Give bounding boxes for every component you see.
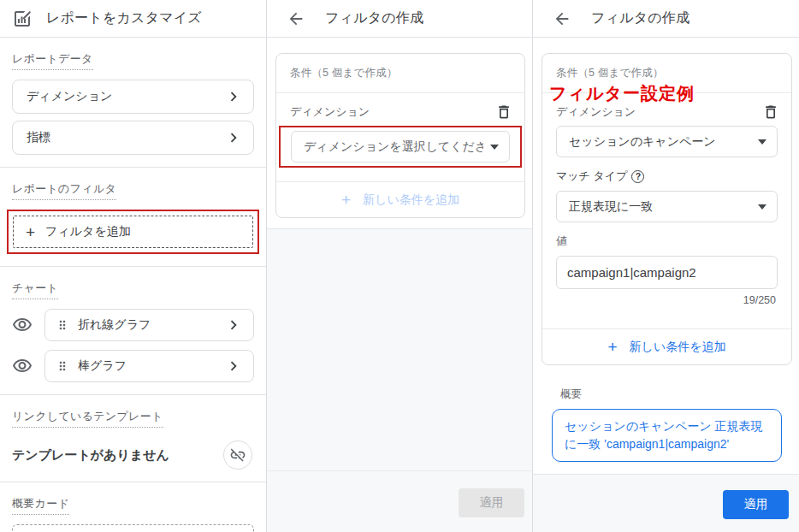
drag-handle-icon[interactable] (56, 318, 69, 332)
customize-report-header: レポートをカスタマイズ (0, 0, 266, 38)
summary-section: 概要 セッションのキャンペーン 正規表現に一致 'campaign1|campa… (542, 365, 792, 464)
dimension-label: ディメンション (290, 104, 370, 120)
filter-content: 条件（5 個まで作成） ディメンション ディメンションを選択してください (267, 38, 532, 229)
summary-chip: セッションのキャンペーン 正規表現に一致 'campaign1|campaign… (552, 409, 782, 462)
chevron-right-icon (224, 128, 243, 147)
add-condition-button[interactable]: + 新しい条件を追加 (542, 328, 791, 364)
panel-title: フィルタの作成 (325, 9, 423, 27)
drag-handle-icon[interactable] (56, 359, 69, 373)
create-filter-header: フィルタの作成 (533, 0, 799, 38)
red-annotation-box: + フィルタを追加 (7, 210, 259, 254)
match-type-select-value: 正規表現に一致 (569, 199, 751, 215)
ga4-customize-report-app: レポートをカスタマイズ レポートデータ ディメンション 指標 レポートのフィルタ (0, 0, 799, 532)
dropdown-caret-icon (758, 204, 766, 210)
match-type-select[interactable]: 正規表現に一致 (556, 191, 778, 222)
line-chart-label: 折れ線グラフ (78, 317, 224, 333)
chevron-right-icon (224, 316, 243, 334)
dimension-select[interactable]: ディメンションを選択してください (291, 131, 510, 163)
summary-cards-label: 概要カード (12, 496, 69, 515)
charts-label: チャート (12, 281, 58, 299)
condition-card-body: ディメンション ディメンションを選択してください (276, 93, 524, 181)
match-type-field: マッチ タイプ ? 正規表現に一致 (556, 168, 778, 222)
visibility-eye-icon[interactable] (12, 355, 34, 377)
red-annotation-box: ディメンションを選択してください (279, 126, 522, 168)
customize-report-icon (12, 9, 33, 29)
add-condition-button[interactable]: + 新しい条件を追加 (276, 181, 524, 217)
customize-report-panel: レポートをカスタマイズ レポートデータ ディメンション 指標 レポートのフィルタ (0, 0, 266, 532)
bar-chart-label: 棒グラフ (78, 358, 224, 374)
value-input[interactable] (556, 256, 778, 289)
section-report-data: レポートデータ ディメンション 指標 (0, 38, 266, 168)
create-filter-panel-empty: フィルタの作成 条件（5 個まで作成） ディメンション ディメンションを選択して… (266, 0, 532, 532)
filter-footer: 適用 (267, 229, 532, 532)
condition-card-header: 条件（5 個まで作成） (276, 54, 524, 93)
match-type-label-text: マッチ タイプ (556, 168, 627, 184)
unlink-template-button[interactable] (223, 440, 252, 470)
plus-icon: + (26, 224, 35, 240)
back-arrow-icon[interactable] (552, 9, 572, 29)
plus-icon: + (341, 192, 351, 208)
section-linked-template: リンクしているテンプレート テンプレートがありません (0, 395, 266, 482)
filter-footer: 適用 (533, 475, 799, 532)
dimensions-row-label: ディメンション (27, 89, 224, 104)
back-arrow-icon[interactable] (286, 9, 306, 29)
no-template-text: テンプレートがありません (12, 447, 169, 464)
dimension-label: ディメンション (556, 104, 636, 120)
dimension-field-head: ディメンション (290, 103, 511, 121)
line-chart-row[interactable]: 折れ線グラフ (44, 309, 254, 341)
create-filter-header: フィルタの作成 (267, 0, 532, 38)
condition-card: 条件（5 個まで作成） ディメンション ディメンションを選択してください (275, 53, 525, 218)
chevron-right-icon (224, 357, 243, 375)
link-off-icon (229, 446, 246, 464)
value-label: 値 (556, 233, 778, 249)
delete-condition-icon[interactable] (495, 103, 512, 121)
dimension-select-placeholder: ディメンションを選択してください (304, 139, 483, 155)
panel-title: レポートをカスタマイズ (46, 9, 202, 27)
metrics-row-label: 指標 (27, 130, 224, 145)
dropdown-caret-icon (758, 139, 766, 145)
add-condition-label: 新しい条件を追加 (630, 340, 726, 355)
plus-icon: + (607, 339, 617, 355)
condition-card-body: ディメンション セッションのキャンペーン マッチ タイプ ? (542, 93, 791, 328)
dropdown-caret-icon (490, 145, 499, 150)
add-condition-label: 新しい条件を追加 (363, 192, 459, 208)
metrics-row[interactable]: 指標 (12, 121, 254, 155)
summary-text: セッションのキャンペーン 正規表現に一致 'campaign1|campaign… (565, 419, 763, 451)
chart-row-line: 折れ線グラフ (12, 309, 254, 341)
char-counter: 19/250 (556, 294, 776, 306)
apply-button[interactable]: 適用 (459, 488, 524, 517)
dimensions-row[interactable]: ディメンション (12, 80, 254, 114)
linked-template-label: リンクしているテンプレート (12, 409, 163, 428)
dimension-select-value: セッションのキャンペーン (569, 134, 751, 150)
filter-content: 条件（5 個まで作成） フィルター設定例 ディメンション セッションのキャンペー… (533, 38, 799, 475)
section-report-filter: レポートのフィルタ + フィルタを追加 (0, 168, 266, 267)
help-icon[interactable]: ? (631, 170, 644, 183)
report-data-label: レポートデータ (12, 51, 93, 70)
section-summary-cards: 概要カード + 新しいカードを作成 (0, 482, 266, 532)
match-type-label: マッチ タイプ ? (556, 168, 778, 184)
visibility-eye-icon[interactable] (12, 314, 34, 336)
report-filter-label: レポートのフィルタ (12, 181, 116, 200)
chevron-right-icon (224, 87, 243, 106)
create-filter-panel-example: フィルタの作成 条件（5 個まで作成） フィルター設定例 ディメンション セッシ… (532, 0, 799, 532)
create-new-card-button[interactable]: + 新しいカードを作成 (12, 524, 254, 532)
add-filter-label: フィルタを追加 (45, 224, 131, 239)
summary-label: 概要 (560, 388, 582, 400)
delete-condition-icon[interactable] (762, 103, 779, 121)
dimension-field-head: ディメンション (556, 103, 778, 121)
value-field: 値 19/250 (556, 233, 778, 306)
condition-card: 条件（5 個まで作成） フィルター設定例 ディメンション セッションのキャンペー… (542, 53, 792, 365)
linked-template-row: テンプレートがありません (12, 440, 254, 470)
section-charts: チャート 折れ線グラフ (0, 267, 266, 395)
apply-button[interactable]: 適用 (723, 490, 789, 519)
dimension-select[interactable]: セッションのキャンペーン (556, 126, 778, 157)
bar-chart-row[interactable]: 棒グラフ (44, 350, 254, 382)
panel-title: フィルタの作成 (591, 9, 690, 27)
filter-example-annotation: フィルター設定例 (549, 82, 695, 105)
add-filter-button[interactable]: + フィルタを追加 (13, 216, 253, 248)
chart-row-bar: 棒グラフ (12, 350, 254, 382)
